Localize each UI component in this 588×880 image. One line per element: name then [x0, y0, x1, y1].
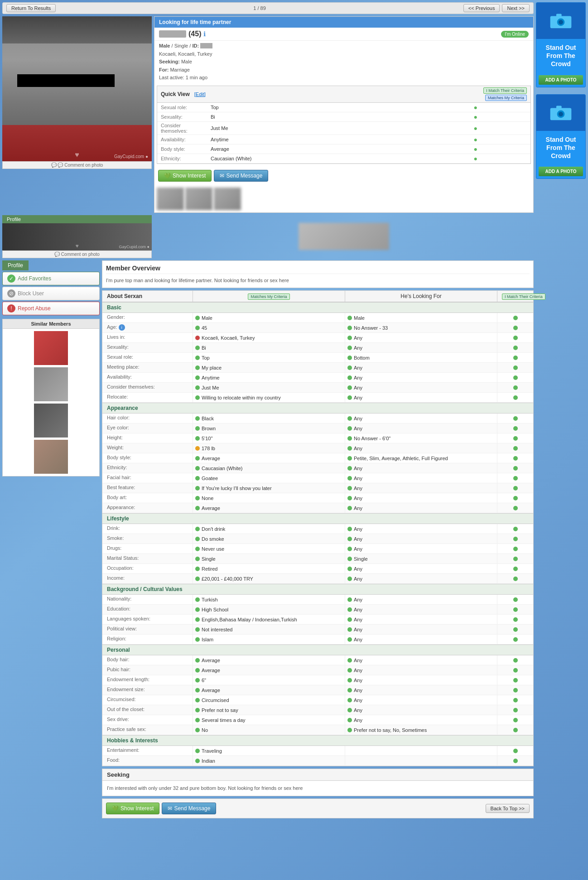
thumbnail-1[interactable] [157, 188, 184, 210]
block-user-button[interactable]: ⊘ Block User [2, 287, 100, 300]
detail-label: Facial hair: [102, 473, 193, 483]
imatch-dot [513, 749, 518, 753]
qv-value: Top [207, 103, 470, 112]
looking-dot [347, 597, 352, 602]
looking-dot [347, 466, 352, 471]
table-row: Entertainment: Traveling [102, 746, 533, 756]
looking-dot [347, 567, 352, 571]
prev-button[interactable]: << Previous [463, 4, 500, 12]
detail-imatch [497, 433, 533, 443]
similar-member-3[interactable] [34, 404, 68, 438]
detail-imatch [497, 363, 533, 372]
detail-imatch [497, 463, 533, 473]
add-favorites-button[interactable]: ✓ Add Favorites [2, 272, 100, 285]
second-photo-section: Profile ♥ GayCupid.com ● 💬 Comment on ph… [2, 215, 152, 258]
detail-looking-value: No Answer - 6'0" [345, 433, 497, 443]
detail-header: About Serxan Matches My Criteria He's Lo… [102, 291, 533, 302]
detail-looking-value: Bottom [345, 353, 497, 362]
qv-dot: ● [470, 135, 530, 144]
member-overview-title: Member Overview [106, 264, 530, 274]
detail-my-value: Not interested [193, 625, 345, 634]
detail-looking-value: Any [345, 524, 497, 534]
detail-imatch [497, 473, 533, 483]
my-dot [195, 698, 200, 702]
detail-looking-value: Any [345, 564, 497, 573]
similar-member-4[interactable] [34, 440, 68, 474]
detail-imatch [497, 625, 533, 634]
svg-rect-3 [556, 14, 562, 17]
detail-label: Body art: [102, 493, 193, 503]
similar-member-1[interactable] [34, 331, 68, 365]
detail-label: Sexual role: [102, 353, 193, 362]
my-dot [195, 617, 200, 622]
my-dot [195, 567, 200, 571]
my-dot [195, 375, 200, 380]
report-abuse-button[interactable]: ! Report Abuse [2, 302, 100, 315]
table-row: Gender: Male Male [102, 313, 533, 323]
quick-view-row: Sexual role: Top ● [157, 103, 530, 112]
thumbnail-2[interactable] [185, 188, 212, 210]
detail-imatch [497, 564, 533, 573]
profile-actions-main: Profile ✓ Add Favorites ⊘ Block User ! R… [2, 260, 534, 818]
detail-my-value: Just Me [193, 383, 345, 392]
detail-my-value: No [193, 725, 345, 735]
actions-sidebar: Profile ✓ Add Favorites ⊘ Block User ! R… [2, 260, 100, 818]
imatch-dot [513, 759, 518, 763]
detail-label: Practice safe sex: [102, 725, 193, 735]
looking-dot [347, 678, 352, 683]
my-dot [195, 446, 200, 451]
detail-my-value: £20,001 - £40,000 TRY [193, 574, 345, 583]
table-row: Sexuality: Bi Any [102, 343, 533, 353]
detail-looking-value: Prefer not to say, No, Sometimes [345, 725, 497, 735]
detail-my-value: Average [193, 503, 345, 513]
for-label: For: [159, 67, 169, 72]
ad-camera-area-1 [536, 3, 585, 39]
imatch-dot [513, 557, 518, 561]
seeking-text: I'm interested with only under 32 and pu… [102, 781, 533, 796]
looking-dot [347, 577, 352, 581]
bottom-heart-icon: 💚 [112, 805, 119, 812]
similar-member-2[interactable] [34, 367, 68, 401]
detail-imatch [497, 524, 533, 534]
detail-my-value: Never use [193, 544, 345, 553]
looking-dot [347, 486, 352, 490]
back-to-top-button[interactable]: Back To Top >> [486, 804, 530, 813]
show-interest-button[interactable]: 💚 Show Interest [158, 170, 212, 182]
edit-link[interactable]: [Edit] [194, 91, 206, 97]
photo-watermark: GayCupid.com ● [114, 154, 148, 159]
seeking-value: Male [181, 59, 192, 64]
detail-imatch [497, 635, 533, 644]
looking-dot [347, 698, 352, 702]
table-row: Sexual role: Top Bottom [102, 353, 533, 363]
detail-looking-value: Any [345, 534, 497, 543]
return-to-results-button[interactable]: Return To Results [6, 4, 56, 12]
detail-imatch [497, 393, 533, 402]
second-comment-button[interactable]: 💬 Comment on photo [2, 250, 152, 258]
quick-view-row: Consider themselves: Just Me ● [157, 121, 530, 135]
thumbnail-3[interactable] [214, 188, 241, 210]
send-message-button[interactable]: ✉ Send Message [214, 170, 268, 182]
add-photo-button-1[interactable]: ADD A PHOTO [539, 75, 583, 85]
detail-imatch [497, 373, 533, 382]
detail-imatch [497, 353, 533, 362]
detail-looking-value: Any [345, 463, 497, 473]
detail-imatch [497, 725, 533, 735]
bottom-show-interest-button[interactable]: 💚 Show Interest [106, 803, 159, 814]
personal-section-header: Personal [102, 644, 533, 655]
imatch-dot [513, 416, 518, 421]
detail-imatch [497, 554, 533, 563]
second-thumbnail[interactable] [299, 223, 389, 250]
detail-label: Gender: [102, 313, 193, 322]
looking-dot [347, 557, 352, 561]
quick-view-row: Sexuality: Bi ● [157, 112, 530, 121]
next-button[interactable]: Next >> [502, 4, 530, 12]
looking-dot [347, 395, 352, 400]
qv-value: Average [207, 144, 470, 154]
comment-on-photo-button[interactable]: 💬 💬 Comment on photo [2, 161, 152, 169]
add-photo-button-2[interactable]: ADD A PHOTO [539, 167, 583, 176]
detail-label: Hair color: [102, 414, 193, 423]
my-dot [195, 597, 200, 602]
detail-label: Smoke: [102, 534, 193, 543]
status-value: Single [174, 43, 188, 48]
bottom-send-message-button[interactable]: ✉ Send Message [162, 803, 216, 814]
